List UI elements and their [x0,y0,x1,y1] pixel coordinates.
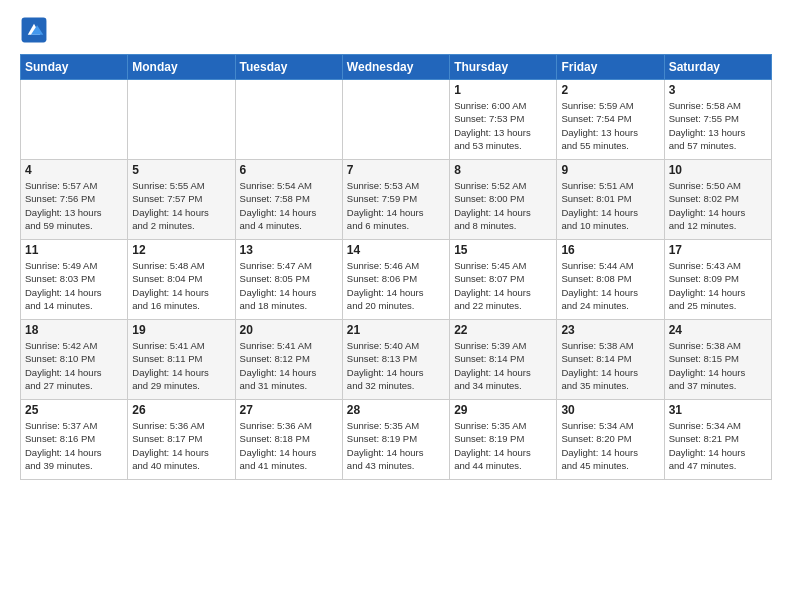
calendar-cell: 12Sunrise: 5:48 AM Sunset: 8:04 PM Dayli… [128,240,235,320]
calendar-cell: 1Sunrise: 6:00 AM Sunset: 7:53 PM Daylig… [450,80,557,160]
day-info: Sunrise: 5:55 AM Sunset: 7:57 PM Dayligh… [132,179,230,232]
calendar-cell: 2Sunrise: 5:59 AM Sunset: 7:54 PM Daylig… [557,80,664,160]
day-info: Sunrise: 5:38 AM Sunset: 8:15 PM Dayligh… [669,339,767,392]
day-number: 3 [669,83,767,97]
calendar-cell: 8Sunrise: 5:52 AM Sunset: 8:00 PM Daylig… [450,160,557,240]
weekday-header-cell: Tuesday [235,55,342,80]
day-number: 21 [347,323,445,337]
page-header [20,16,772,44]
day-info: Sunrise: 5:51 AM Sunset: 8:01 PM Dayligh… [561,179,659,232]
calendar-cell: 29Sunrise: 5:35 AM Sunset: 8:19 PM Dayli… [450,400,557,480]
calendar-week-row: 4Sunrise: 5:57 AM Sunset: 7:56 PM Daylig… [21,160,772,240]
day-number: 10 [669,163,767,177]
day-number: 23 [561,323,659,337]
calendar-cell: 10Sunrise: 5:50 AM Sunset: 8:02 PM Dayli… [664,160,771,240]
day-info: Sunrise: 5:53 AM Sunset: 7:59 PM Dayligh… [347,179,445,232]
day-info: Sunrise: 5:41 AM Sunset: 8:12 PM Dayligh… [240,339,338,392]
day-info: Sunrise: 5:59 AM Sunset: 7:54 PM Dayligh… [561,99,659,152]
day-info: Sunrise: 5:39 AM Sunset: 8:14 PM Dayligh… [454,339,552,392]
calendar-cell: 20Sunrise: 5:41 AM Sunset: 8:12 PM Dayli… [235,320,342,400]
calendar-cell: 24Sunrise: 5:38 AM Sunset: 8:15 PM Dayli… [664,320,771,400]
day-info: Sunrise: 5:42 AM Sunset: 8:10 PM Dayligh… [25,339,123,392]
calendar-cell: 21Sunrise: 5:40 AM Sunset: 8:13 PM Dayli… [342,320,449,400]
day-number: 4 [25,163,123,177]
calendar-cell: 17Sunrise: 5:43 AM Sunset: 8:09 PM Dayli… [664,240,771,320]
weekday-header-cell: Sunday [21,55,128,80]
day-info: Sunrise: 5:35 AM Sunset: 8:19 PM Dayligh… [347,419,445,472]
day-number: 14 [347,243,445,257]
day-number: 22 [454,323,552,337]
weekday-header-row: SundayMondayTuesdayWednesdayThursdayFrid… [21,55,772,80]
day-info: Sunrise: 5:35 AM Sunset: 8:19 PM Dayligh… [454,419,552,472]
day-number: 20 [240,323,338,337]
day-number: 29 [454,403,552,417]
day-info: Sunrise: 5:54 AM Sunset: 7:58 PM Dayligh… [240,179,338,232]
day-info: Sunrise: 5:37 AM Sunset: 8:16 PM Dayligh… [25,419,123,472]
day-number: 19 [132,323,230,337]
weekday-header-cell: Monday [128,55,235,80]
calendar-cell: 25Sunrise: 5:37 AM Sunset: 8:16 PM Dayli… [21,400,128,480]
day-info: Sunrise: 5:45 AM Sunset: 8:07 PM Dayligh… [454,259,552,312]
calendar-cell [235,80,342,160]
day-info: Sunrise: 5:44 AM Sunset: 8:08 PM Dayligh… [561,259,659,312]
day-info: Sunrise: 5:57 AM Sunset: 7:56 PM Dayligh… [25,179,123,232]
day-info: Sunrise: 5:41 AM Sunset: 8:11 PM Dayligh… [132,339,230,392]
day-info: Sunrise: 5:40 AM Sunset: 8:13 PM Dayligh… [347,339,445,392]
day-number: 31 [669,403,767,417]
day-number: 16 [561,243,659,257]
calendar-cell: 19Sunrise: 5:41 AM Sunset: 8:11 PM Dayli… [128,320,235,400]
weekday-header-cell: Wednesday [342,55,449,80]
day-number: 24 [669,323,767,337]
day-number: 18 [25,323,123,337]
weekday-header-cell: Saturday [664,55,771,80]
calendar-body: 1Sunrise: 6:00 AM Sunset: 7:53 PM Daylig… [21,80,772,480]
day-info: Sunrise: 5:36 AM Sunset: 8:18 PM Dayligh… [240,419,338,472]
day-info: Sunrise: 5:34 AM Sunset: 8:21 PM Dayligh… [669,419,767,472]
day-number: 27 [240,403,338,417]
calendar-table: SundayMondayTuesdayWednesdayThursdayFrid… [20,54,772,480]
calendar-cell: 30Sunrise: 5:34 AM Sunset: 8:20 PM Dayli… [557,400,664,480]
day-info: Sunrise: 5:52 AM Sunset: 8:00 PM Dayligh… [454,179,552,232]
day-number: 6 [240,163,338,177]
day-info: Sunrise: 5:46 AM Sunset: 8:06 PM Dayligh… [347,259,445,312]
calendar-cell: 16Sunrise: 5:44 AM Sunset: 8:08 PM Dayli… [557,240,664,320]
day-number: 11 [25,243,123,257]
calendar-cell: 7Sunrise: 5:53 AM Sunset: 7:59 PM Daylig… [342,160,449,240]
day-info: Sunrise: 5:50 AM Sunset: 8:02 PM Dayligh… [669,179,767,232]
calendar-cell [128,80,235,160]
calendar-cell: 13Sunrise: 5:47 AM Sunset: 8:05 PM Dayli… [235,240,342,320]
calendar-week-row: 1Sunrise: 6:00 AM Sunset: 7:53 PM Daylig… [21,80,772,160]
calendar-week-row: 18Sunrise: 5:42 AM Sunset: 8:10 PM Dayli… [21,320,772,400]
logo [20,16,52,44]
calendar-cell: 4Sunrise: 5:57 AM Sunset: 7:56 PM Daylig… [21,160,128,240]
day-info: Sunrise: 5:47 AM Sunset: 8:05 PM Dayligh… [240,259,338,312]
calendar-cell: 31Sunrise: 5:34 AM Sunset: 8:21 PM Dayli… [664,400,771,480]
calendar-cell [21,80,128,160]
day-info: Sunrise: 5:36 AM Sunset: 8:17 PM Dayligh… [132,419,230,472]
calendar-cell: 15Sunrise: 5:45 AM Sunset: 8:07 PM Dayli… [450,240,557,320]
day-number: 7 [347,163,445,177]
logo-icon [20,16,48,44]
weekday-header-cell: Friday [557,55,664,80]
calendar-cell: 11Sunrise: 5:49 AM Sunset: 8:03 PM Dayli… [21,240,128,320]
calendar-cell: 26Sunrise: 5:36 AM Sunset: 8:17 PM Dayli… [128,400,235,480]
day-info: Sunrise: 6:00 AM Sunset: 7:53 PM Dayligh… [454,99,552,152]
calendar-cell: 28Sunrise: 5:35 AM Sunset: 8:19 PM Dayli… [342,400,449,480]
day-number: 1 [454,83,552,97]
day-number: 2 [561,83,659,97]
day-info: Sunrise: 5:38 AM Sunset: 8:14 PM Dayligh… [561,339,659,392]
day-info: Sunrise: 5:58 AM Sunset: 7:55 PM Dayligh… [669,99,767,152]
day-info: Sunrise: 5:43 AM Sunset: 8:09 PM Dayligh… [669,259,767,312]
day-number: 13 [240,243,338,257]
calendar-cell: 3Sunrise: 5:58 AM Sunset: 7:55 PM Daylig… [664,80,771,160]
day-number: 26 [132,403,230,417]
calendar-cell: 6Sunrise: 5:54 AM Sunset: 7:58 PM Daylig… [235,160,342,240]
day-number: 17 [669,243,767,257]
calendar-cell: 23Sunrise: 5:38 AM Sunset: 8:14 PM Dayli… [557,320,664,400]
day-number: 9 [561,163,659,177]
calendar-cell [342,80,449,160]
calendar-cell: 22Sunrise: 5:39 AM Sunset: 8:14 PM Dayli… [450,320,557,400]
calendar-week-row: 25Sunrise: 5:37 AM Sunset: 8:16 PM Dayli… [21,400,772,480]
calendar-cell: 14Sunrise: 5:46 AM Sunset: 8:06 PM Dayli… [342,240,449,320]
weekday-header-cell: Thursday [450,55,557,80]
